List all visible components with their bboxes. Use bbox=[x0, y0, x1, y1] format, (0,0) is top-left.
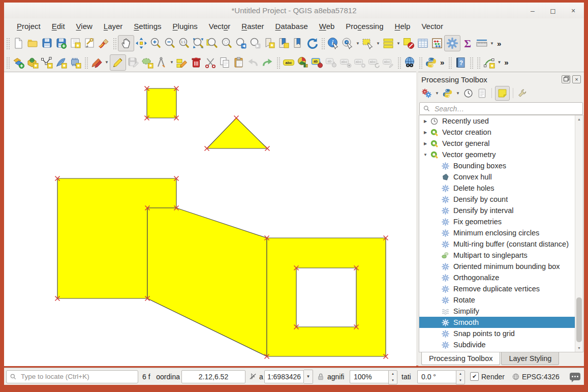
feature-square-with-hole[interactable] bbox=[267, 238, 386, 356]
menu-edit[interactable]: Edit bbox=[46, 20, 71, 33]
pin-labels-button[interactable] bbox=[310, 55, 324, 70]
digitize-curve-button[interactable] bbox=[482, 55, 496, 70]
zoom-to-selection-button[interactable] bbox=[220, 36, 234, 50]
tree-item-smooth[interactable]: Smooth bbox=[419, 317, 583, 328]
tree-item-simplify[interactable]: Simplify bbox=[419, 306, 583, 317]
crs-globe-icon[interactable] bbox=[512, 373, 520, 381]
tree-item-snap-points-to-grid[interactable]: Snap points to grid bbox=[419, 328, 583, 339]
move-label-button[interactable] bbox=[353, 55, 367, 70]
menu-view[interactable]: View bbox=[71, 20, 98, 33]
zoom-to-layer-button[interactable] bbox=[205, 36, 220, 50]
select-features-button[interactable] bbox=[361, 36, 375, 50]
coordinate-input[interactable]: 2.12,6.52 bbox=[181, 370, 245, 383]
cut-features-button[interactable] bbox=[203, 55, 218, 70]
tree-item-multipart-to-singleparts[interactable]: Multipart to singleparts bbox=[419, 250, 583, 261]
toolbar-grip[interactable] bbox=[276, 56, 280, 69]
statistics-button[interactable] bbox=[460, 36, 475, 50]
label-toolbar-overflow-button[interactable]: » bbox=[438, 58, 446, 67]
advanced-digitizing-button[interactable] bbox=[154, 55, 169, 70]
tree-item-fix-geometries[interactable]: Fix geometries bbox=[419, 216, 583, 227]
current-edits-dropdown[interactable]: ▼ bbox=[104, 55, 110, 70]
magnifier-steppers[interactable]: ▲▼ bbox=[388, 370, 397, 384]
new-virtual-layer-button[interactable] bbox=[68, 55, 82, 70]
results-viewer-button[interactable] bbox=[476, 87, 488, 100]
python-console-button[interactable] bbox=[424, 55, 438, 70]
style-manager-button[interactable] bbox=[97, 36, 111, 50]
close-button[interactable]: × bbox=[570, 7, 577, 15]
minimize-button[interactable]: – bbox=[529, 7, 536, 15]
rotation-steppers[interactable]: ▲▼ bbox=[456, 370, 465, 384]
data-source-manager-button[interactable] bbox=[11, 55, 25, 70]
current-edits-button[interactable] bbox=[89, 55, 104, 70]
zoom-in-button[interactable] bbox=[148, 36, 163, 50]
select-by-value-button[interactable] bbox=[381, 36, 395, 50]
bookmark-manager-button[interactable] bbox=[291, 36, 305, 50]
feature-small-square[interactable] bbox=[147, 88, 176, 118]
toolbox-search-input[interactable] bbox=[434, 104, 579, 113]
history-button[interactable] bbox=[462, 87, 475, 100]
tree-item-bounding-boxes[interactable]: Bounding boxes bbox=[419, 160, 583, 171]
toolbar-grip[interactable] bbox=[469, 56, 473, 69]
delete-selected-button[interactable] bbox=[189, 55, 203, 70]
menu-settings[interactable]: Settings bbox=[128, 20, 167, 33]
save-project-button[interactable] bbox=[40, 36, 54, 50]
menu-web[interactable]: Web bbox=[314, 20, 341, 33]
processing-toolbox-button[interactable] bbox=[444, 35, 460, 51]
menu-layer[interactable]: Layer bbox=[98, 20, 129, 33]
zoom-full-button[interactable] bbox=[191, 36, 205, 50]
expand-icon[interactable]: ▶ bbox=[422, 130, 428, 135]
menu-vector-2[interactable]: Vector bbox=[416, 20, 449, 33]
toolbar-grip[interactable] bbox=[448, 56, 452, 69]
toolbar-grip[interactable] bbox=[397, 56, 401, 69]
new-print-layout-button[interactable] bbox=[68, 36, 82, 50]
metasearch-button[interactable] bbox=[403, 55, 417, 70]
models-dropdown[interactable]: ▼ bbox=[434, 86, 440, 100]
zoom-native-button[interactable] bbox=[177, 36, 191, 50]
lock-scale-icon[interactable] bbox=[317, 373, 325, 381]
copy-features-button[interactable] bbox=[218, 55, 232, 70]
field-calculator-button[interactable] bbox=[430, 36, 444, 50]
save-project-as-button[interactable] bbox=[54, 36, 68, 50]
magnifier-value[interactable]: 100% bbox=[350, 370, 388, 383]
feature-pipe[interactable] bbox=[147, 208, 267, 356]
toolbar-grip[interactable] bbox=[321, 37, 325, 49]
toolbar-grip[interactable] bbox=[6, 56, 10, 69]
tree-item-multi-ring-buffer[interactable]: Multi-ring buffer (constant distance) bbox=[419, 238, 583, 250]
deselect-all-button[interactable] bbox=[401, 36, 416, 50]
tree-item-orthogonalize[interactable]: Orthogonalize bbox=[419, 272, 583, 283]
modify-attributes-button[interactable] bbox=[175, 55, 189, 70]
new-spatialite-layer-button[interactable] bbox=[54, 55, 68, 70]
menu-processing[interactable]: Processing bbox=[340, 20, 389, 33]
toolbar-grip[interactable] bbox=[418, 56, 422, 69]
map-canvas[interactable] bbox=[4, 72, 416, 366]
toggle-editing-button[interactable] bbox=[110, 54, 126, 71]
menu-raster[interactable]: Raster bbox=[236, 20, 269, 33]
tab-layer-styling[interactable]: Layer Styling bbox=[501, 352, 559, 365]
scale-combo[interactable]: 1:6983426 bbox=[264, 370, 304, 383]
panel-close-button[interactable]: × bbox=[572, 75, 581, 83]
options-button[interactable] bbox=[516, 87, 529, 100]
render-checkbox[interactable]: ✔ bbox=[470, 372, 479, 381]
toolbar-grip[interactable] bbox=[84, 56, 88, 69]
messages-icon[interactable] bbox=[570, 373, 580, 380]
measure-dropdown[interactable]: ▼ bbox=[489, 36, 495, 50]
new-geopackage-layer-button[interactable] bbox=[25, 55, 40, 70]
crs-label[interactable]: EPSG:4326 bbox=[522, 373, 560, 381]
scripts-dropdown[interactable]: ▼ bbox=[455, 86, 461, 100]
tree-item-densify-by-count[interactable]: Densify by count bbox=[419, 194, 583, 205]
new-project-button[interactable] bbox=[11, 36, 25, 50]
panel-float-button[interactable] bbox=[562, 75, 570, 83]
collapse-icon[interactable]: ▼ bbox=[422, 153, 428, 157]
tree-item-minimum-enclosing-circles[interactable]: Minimum enclosing circles bbox=[419, 227, 583, 238]
show-hide-labels-button[interactable] bbox=[338, 55, 353, 70]
toolbar-grip[interactable] bbox=[6, 37, 10, 49]
scroll-down-icon[interactable]: ▼ bbox=[575, 344, 583, 352]
tree-group-vector-geometry[interactable]: ▼Vector geometry bbox=[419, 149, 583, 160]
expand-icon[interactable]: ▶ bbox=[422, 141, 428, 146]
zoom-last-button[interactable] bbox=[234, 36, 248, 50]
menu-project[interactable]: Project bbox=[11, 20, 46, 33]
digitize-with-shape-button[interactable] bbox=[140, 55, 154, 70]
redo-button[interactable] bbox=[260, 55, 274, 70]
attribute-table-button[interactable] bbox=[416, 36, 430, 50]
tree-item-convex-hull[interactable]: Convex hull bbox=[419, 171, 583, 183]
